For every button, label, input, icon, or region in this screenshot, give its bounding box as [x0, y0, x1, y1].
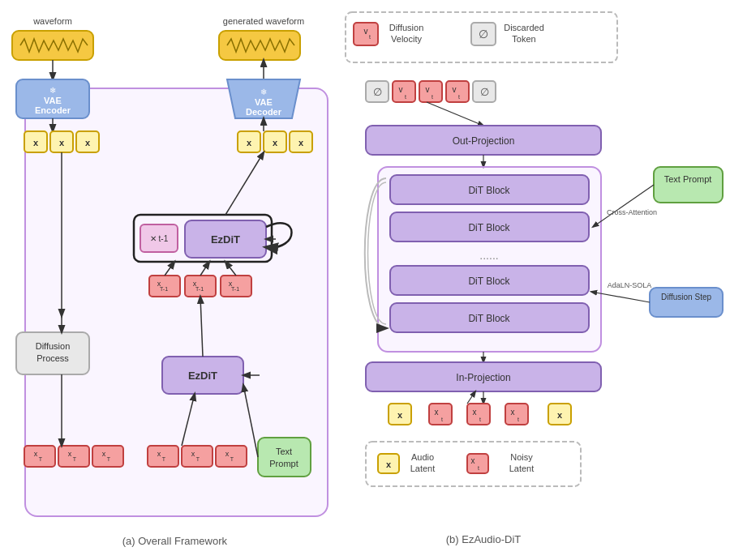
svg-text:Latent: Latent [509, 464, 534, 473]
svg-text:t: t [517, 417, 519, 422]
svg-text:x: x [510, 408, 514, 417]
svg-text:v: v [398, 85, 402, 94]
svg-text:EzDiT: EzDiT [211, 233, 240, 246]
left-panel: waveform generated waveform ❄ VAE Encode… [8, 8, 341, 551]
svg-line-75 [182, 394, 195, 446]
svg-line-132 [467, 391, 475, 404]
svg-text:T: T [162, 456, 166, 462]
svg-text:DiT Block: DiT Block [468, 185, 510, 196]
svg-text:x: x [157, 450, 161, 458]
svg-text:Text Prompt: Text Prompt [663, 174, 711, 184]
svg-text:❄: ❄ [260, 88, 267, 96]
svg-rect-1 [219, 31, 300, 60]
waveform-label: waveform [32, 16, 72, 26]
svg-text:VAE: VAE [255, 97, 273, 107]
svg-text:DiT Block: DiT Block [468, 222, 510, 233]
svg-text:x: x [33, 138, 39, 147]
svg-text:T: T [73, 456, 77, 462]
svg-text:DiT Block: DiT Block [468, 276, 510, 287]
svg-text:x: x [434, 408, 438, 417]
svg-text:x: x [59, 138, 65, 147]
svg-text:t: t [405, 94, 406, 100]
svg-text:Diffusion: Diffusion [389, 23, 423, 32]
svg-rect-96 [446, 81, 469, 102]
svg-text:Audio: Audio [411, 452, 434, 462]
svg-line-76 [200, 297, 203, 357]
svg-text:x: x [298, 138, 304, 147]
svg-text:(b) EzAudio-DiT: (b) EzAudio-DiT [445, 533, 521, 545]
svg-text:∅: ∅ [479, 28, 488, 41]
svg-rect-93 [419, 81, 442, 102]
svg-rect-121 [429, 404, 452, 425]
svg-text:......: ...... [479, 249, 498, 262]
svg-text:Prompt: Prompt [269, 459, 298, 468]
svg-text:x: x [557, 410, 563, 420]
svg-text:∅: ∅ [372, 86, 381, 98]
svg-text:Diffusion Step: Diffusion Step [661, 293, 712, 301]
svg-text:T: T [230, 456, 234, 462]
svg-text:∅: ∅ [479, 86, 488, 98]
svg-text:Text: Text [276, 447, 292, 456]
svg-text:t: t [458, 94, 460, 100]
svg-text:t: t [441, 417, 443, 422]
svg-text:T: T [107, 456, 111, 462]
svg-text:x: x [85, 138, 91, 147]
svg-text:x: x [34, 450, 38, 458]
svg-text:x: x [472, 408, 476, 417]
main-container: waveform generated waveform ❄ VAE Encode… [0, 0, 730, 560]
svg-text:t: t [479, 417, 481, 422]
svg-rect-90 [393, 81, 415, 102]
svg-text:x: x [225, 450, 230, 458]
svg-text:t: t [369, 34, 371, 40]
svg-line-101 [427, 102, 483, 126]
svg-text:Latent: Latent [410, 464, 435, 473]
svg-text:Noisy: Noisy [510, 452, 533, 462]
left-panel-svg: waveform generated waveform ❄ VAE Encode… [8, 8, 349, 543]
svg-text:AdaLN-SOLA: AdaLN-SOLA [607, 281, 651, 289]
svg-text:Token: Token [512, 34, 535, 44]
svg-text:In-Projection: In-Projection [456, 372, 510, 383]
svg-text:x: x [247, 138, 252, 147]
svg-line-42 [165, 262, 174, 276]
right-panel: v t Diffusion Velocity ∅ Discarded Token… [341, 8, 722, 551]
svg-text:x: x [102, 450, 106, 458]
svg-line-43 [200, 262, 209, 276]
svg-text:Process: Process [36, 353, 69, 363]
svg-rect-0 [12, 31, 93, 60]
left-caption: (a) Overall Framework [8, 535, 341, 547]
svg-text:x: x [191, 450, 195, 458]
svg-rect-124 [467, 404, 490, 425]
svg-text:Out-Projection: Out-Projection [452, 135, 514, 147]
svg-text:T-1: T-1 [231, 286, 239, 292]
svg-text:✕ t-1: ✕ t-1 [150, 234, 169, 243]
svg-text:x: x [386, 460, 392, 469]
generated-waveform-label: generated waveform [223, 16, 304, 26]
svg-text:x: x [68, 450, 72, 458]
svg-text:v: v [363, 27, 367, 36]
svg-rect-127 [505, 404, 528, 425]
svg-text:EzDiT: EzDiT [188, 370, 217, 382]
svg-text:x: x [273, 138, 278, 147]
svg-rect-66 [258, 438, 311, 477]
svg-text:VAE: VAE [44, 96, 62, 105]
svg-text:Decoder: Decoder [246, 107, 282, 117]
svg-text:Cross-Attention: Cross-Attention [607, 208, 657, 216]
svg-text:t: t [478, 465, 479, 471]
svg-text:DiT Block: DiT Block [468, 313, 510, 324]
svg-line-77 [225, 152, 264, 215]
svg-line-44 [225, 262, 236, 276]
svg-text:v: v [425, 85, 429, 94]
svg-text:x: x [397, 410, 403, 420]
svg-text:v: v [452, 85, 456, 94]
svg-text:T-1: T-1 [160, 286, 168, 292]
svg-text:Diffusion: Diffusion [36, 341, 71, 351]
svg-text:❄: ❄ [49, 86, 56, 95]
svg-text:T-1: T-1 [195, 286, 204, 292]
svg-text:Encoder: Encoder [35, 105, 71, 115]
svg-rect-143 [654, 167, 723, 203]
svg-text:T: T [39, 456, 43, 462]
svg-text:x: x [470, 456, 474, 465]
svg-text:Velocity: Velocity [391, 34, 422, 44]
svg-line-145 [593, 185, 654, 227]
svg-text:T: T [196, 456, 200, 462]
